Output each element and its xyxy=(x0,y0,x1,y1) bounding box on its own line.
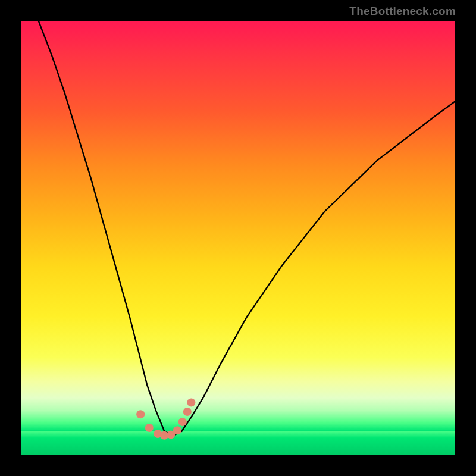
curve-marker xyxy=(187,398,195,406)
curve-marker xyxy=(145,424,154,432)
curve-marker xyxy=(173,426,181,434)
curve-marker xyxy=(136,410,145,418)
attribution-text: TheBottleneck.com xyxy=(349,5,456,18)
bottleneck-curve xyxy=(39,21,455,436)
curve-marker xyxy=(178,418,187,426)
curve-markers xyxy=(136,398,195,439)
plot-area xyxy=(21,21,455,455)
curve-marker xyxy=(183,408,192,416)
curve-layer xyxy=(21,21,455,455)
chart-frame: TheBottleneck.com xyxy=(0,0,476,476)
